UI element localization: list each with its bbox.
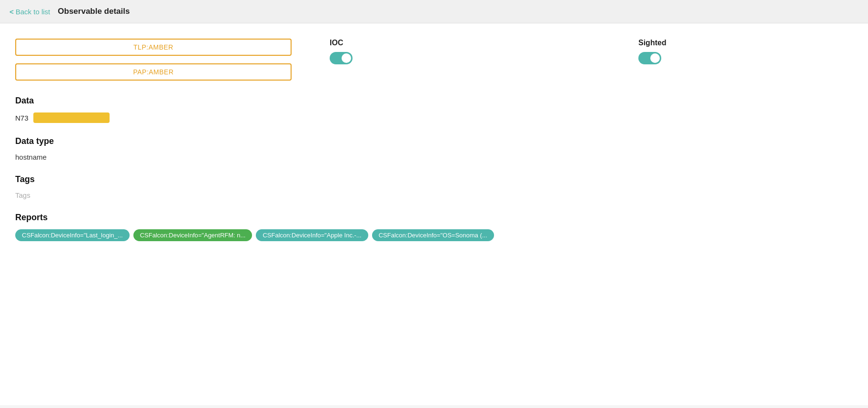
- sighted-toggle[interactable]: [638, 52, 661, 64]
- report-tags-list: CSFalcon:DeviceInfo="Last_login_...CSFal…: [15, 229, 853, 241]
- report-tag-item[interactable]: CSFalcon:DeviceInfo="AgentRFM: n...: [133, 229, 252, 241]
- reports-label: Reports: [15, 213, 853, 223]
- ioc-slider: [330, 52, 353, 64]
- ioc-label: IOC: [330, 39, 343, 47]
- back-to-list-link[interactable]: Back to list: [10, 8, 50, 16]
- report-tag-item[interactable]: CSFalcon:DeviceInfo="Apple Inc.-...: [256, 229, 368, 241]
- tags-label: Tags: [15, 174, 853, 184]
- tlp-badge: TLP:AMBER: [15, 39, 292, 56]
- sighted-toggle-wrapper: [638, 52, 661, 64]
- badges-column: TLP:AMBER PAP:AMBER: [15, 39, 292, 81]
- data-section: Data N73: [15, 96, 853, 123]
- report-tag-item[interactable]: CSFalcon:DeviceInfo="OS=Sonoma (...: [372, 229, 494, 241]
- data-type-section: Data type hostname: [15, 136, 853, 161]
- top-section: TLP:AMBER PAP:AMBER IOC Sighted: [15, 39, 853, 81]
- ioc-sighted-row: IOC Sighted: [330, 39, 666, 64]
- data-type-label: Data type: [15, 136, 853, 146]
- page-title: Observable details: [58, 7, 130, 16]
- main-content: TLP:AMBER PAP:AMBER IOC Sighted: [0, 23, 868, 405]
- sighted-label: Sighted: [638, 39, 666, 47]
- pap-badge: PAP:AMBER: [15, 63, 292, 81]
- sighted-section: Sighted: [638, 39, 666, 64]
- sighted-slider: [638, 52, 661, 64]
- reports-section: Reports CSFalcon:DeviceInfo="Last_login_…: [15, 213, 853, 241]
- ioc-toggle-wrapper: [330, 52, 353, 64]
- data-label: Data: [15, 96, 853, 106]
- tags-section: Tags Tags: [15, 174, 853, 199]
- data-value-row: N73: [15, 112, 853, 123]
- ioc-toggle[interactable]: [330, 52, 353, 64]
- data-type-value: hostname: [15, 153, 853, 161]
- tags-placeholder[interactable]: Tags: [15, 191, 853, 199]
- data-prefix: N73: [15, 114, 29, 122]
- ioc-section: IOC: [330, 39, 353, 64]
- report-tag-item[interactable]: CSFalcon:DeviceInfo="Last_login_...: [15, 229, 130, 241]
- redacted-bar: [33, 112, 110, 123]
- page-header: Back to list Observable details: [0, 0, 868, 23]
